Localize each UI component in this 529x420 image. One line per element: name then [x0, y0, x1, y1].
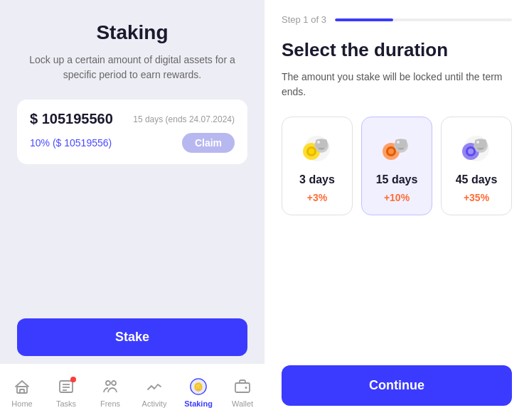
page-title: Staking [96, 21, 168, 44]
svg-rect-18 [316, 139, 327, 148]
staking-percent: 10% ($ 10519556) [30, 137, 112, 149]
step-indicator: Step 1 of 3 [282, 14, 512, 25]
svg-point-27 [397, 141, 400, 144]
right-panel: Step 1 of 3 Select the duration The amou… [264, 0, 529, 420]
step-text: Step 1 of 3 [282, 14, 326, 25]
step-bar-container [335, 18, 512, 21]
bottom-nav: Home Tasks [0, 363, 264, 420]
duration-icon-15days [375, 129, 418, 168]
page-subtitle: Lock up a certain amount of digital asse… [17, 53, 247, 82]
staking-card-top: $ 105195560 15 days (ends 24.07.2024) [30, 111, 235, 127]
nav-label-staking: Staking [184, 399, 213, 408]
svg-point-11 [245, 387, 247, 389]
svg-point-19 [317, 141, 320, 144]
duration-percent-15: +10% [384, 192, 410, 203]
claim-button[interactable]: Claim [182, 133, 235, 153]
duration-days-45: 45 days [456, 173, 498, 186]
svg-point-7 [112, 381, 116, 385]
svg-point-17 [309, 149, 314, 154]
nav-item-wallet[interactable]: Wallet [225, 377, 260, 408]
svg-rect-10 [235, 383, 250, 392]
staking-icon: 🪙 [188, 377, 208, 397]
duration-card-15days[interactable]: 15 days +10% [361, 117, 432, 215]
duration-icon-45days [455, 129, 498, 168]
svg-text:🪙: 🪙 [193, 382, 203, 392]
duration-percent-45: +35% [464, 192, 489, 203]
left-panel: Staking Lock up a certain amount of digi… [0, 0, 264, 420]
staking-amount: $ 105195560 [30, 111, 113, 127]
nav-item-staking[interactable]: 🪙 Staking [181, 377, 216, 408]
svg-point-6 [106, 381, 110, 385]
frens-icon [100, 377, 120, 397]
staking-card: $ 105195560 15 days (ends 24.07.2024) 10… [17, 99, 247, 164]
nav-item-frens[interactable]: Frens [92, 377, 128, 408]
wallet-icon [233, 377, 252, 397]
duration-icon-3days [296, 129, 338, 168]
duration-percent-3: +3% [307, 192, 327, 203]
nav-item-activity[interactable]: Activity [137, 377, 172, 408]
home-icon [12, 377, 32, 397]
continue-button[interactable]: Continue [282, 365, 512, 406]
svg-rect-34 [475, 139, 486, 148]
duration-title: Select the duration [282, 39, 512, 61]
nav-label-tasks: Tasks [56, 399, 76, 408]
nav-label-activity: Activity [142, 399, 167, 408]
nav-label-frens: Frens [100, 399, 120, 408]
stake-button[interactable]: Stake [17, 318, 247, 356]
nav-item-home[interactable]: Home [4, 377, 40, 408]
svg-point-25 [388, 149, 394, 154]
svg-point-35 [476, 141, 479, 144]
tasks-icon [56, 377, 76, 397]
svg-rect-26 [395, 139, 407, 148]
nav-item-tasks[interactable]: Tasks [48, 377, 84, 408]
duration-cards: 3 days +3% 15 days +10% [282, 117, 512, 215]
staking-days: 15 days (ends 24.07.2024) [133, 114, 235, 124]
duration-card-3days[interactable]: 3 days +3% [282, 117, 353, 215]
duration-description: The amount you stake will be locked unti… [282, 70, 512, 99]
svg-point-33 [468, 149, 474, 154]
duration-days-3: 3 days [299, 173, 335, 186]
step-bar-fill [335, 18, 393, 21]
nav-label-home: Home [11, 399, 32, 408]
tasks-dot [70, 377, 76, 382]
svg-rect-1 [20, 389, 24, 393]
duration-days-15: 15 days [376, 173, 418, 186]
activity-icon [144, 377, 164, 397]
nav-label-wallet: Wallet [232, 399, 253, 408]
duration-card-45days[interactable]: 45 days +35% [441, 117, 512, 215]
staking-card-bottom: 10% ($ 10519556) Claim [30, 133, 235, 153]
